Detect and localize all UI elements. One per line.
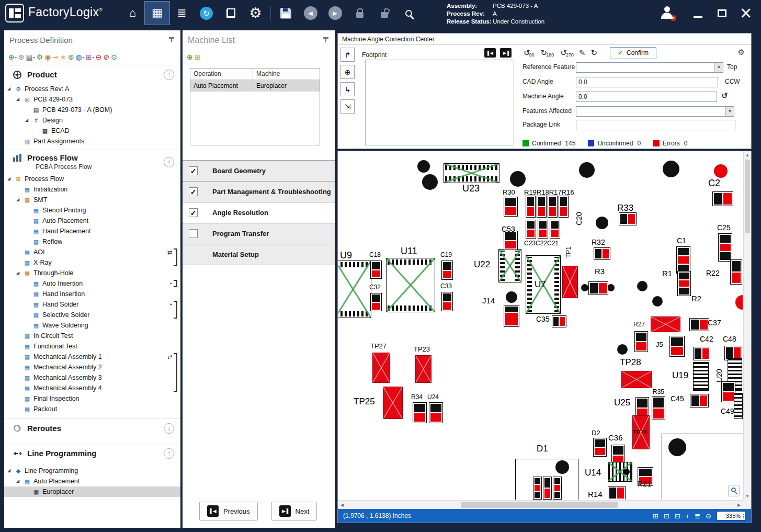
scroll-right-icon[interactable]: ▶ <box>735 501 743 509</box>
pcb-component[interactable] <box>550 220 560 239</box>
tree-item-mechanical-assembly-3[interactable]: ▦Mechanical Assembly 3 <box>4 372 180 383</box>
pcb-component[interactable] <box>693 362 709 391</box>
pcb-component[interactable] <box>441 292 453 311</box>
scroll-left-icon[interactable]: ◀ <box>338 501 346 509</box>
pcb-component[interactable] <box>712 191 733 206</box>
tree-item-hand-insertion[interactable]: ▦Hand Insertion <box>4 289 180 299</box>
fiducial-red[interactable] <box>714 164 728 178</box>
next-button[interactable]: ▶▐Next <box>271 502 317 520</box>
tree-item-auto-placement[interactable]: ◢▦Auto Placement <box>4 476 180 486</box>
pcb-component[interactable] <box>553 477 562 500</box>
pcb-canvas[interactable]: U23R30R19R18R17R16C2C53C23C22C21C20R33C2… <box>338 152 743 500</box>
user-account-button[interactable]: × <box>660 6 675 20</box>
machines-icon[interactable]: ⚙ <box>37 53 43 61</box>
horizontal-scrollbar[interactable]: ◀ ▶ <box>338 500 743 509</box>
rotate-step-button[interactable]: ↱ <box>340 48 355 62</box>
tree-item-stencil-printing[interactable]: ▦Stencil Printing <box>4 205 180 216</box>
rotate-90-button[interactable]: ↺90 <box>524 48 535 58</box>
tree-item-process-rev-a[interactable]: ◢⚙Process Rev: A <box>4 84 180 94</box>
team-icon[interactable]: ⊚ <box>68 53 74 61</box>
pcb-component[interactable] <box>526 196 536 218</box>
test-point[interactable] <box>621 371 652 388</box>
expander-icon[interactable]: ◢ <box>7 466 14 476</box>
footprint-first-button[interactable]: ▌◀ <box>484 48 496 58</box>
expand-reroutes-button[interactable]: ↓ <box>164 423 174 434</box>
remove-icon[interactable]: ⊖ <box>96 53 102 61</box>
test-point[interactable] <box>415 355 431 383</box>
pcb-component[interactable] <box>594 247 610 260</box>
tree-item-hand-solder[interactable]: ▦Hand Solder◔ <box>4 299 180 310</box>
column-operation[interactable]: Operation <box>190 69 253 80</box>
drill-hole[interactable] <box>510 171 526 187</box>
chevron-down-icon[interactable]: ▼ <box>725 107 734 116</box>
tree-item-final-inspection[interactable]: ▦Final Inspection <box>4 393 180 404</box>
tree-item-process-flow[interactable]: ◢⊞Process Flow <box>4 174 180 184</box>
tree-item-ecad[interactable]: ▦ECAD <box>4 126 180 136</box>
pcb-component[interactable] <box>498 249 521 282</box>
scroll-down-icon[interactable]: ▼ <box>744 494 751 499</box>
wizard-step-angle-resolution[interactable]: ✓Angle Resolution <box>183 202 335 223</box>
pcb-component[interactable] <box>690 394 709 408</box>
tree-item-europlacer[interactable]: ▣Europlacer <box>4 486 180 497</box>
expander-icon[interactable]: ◢ <box>25 115 32 126</box>
expander-icon[interactable]: ◢ <box>16 94 23 105</box>
pcb-component[interactable] <box>559 196 569 218</box>
test-point[interactable] <box>651 316 680 332</box>
pcb-component[interactable] <box>538 220 548 239</box>
cad-angle-input[interactable]: 0.0 <box>576 77 718 87</box>
tree-item-mechanical-assembly-1[interactable]: ▦Mechanical Assembly 1⇄ <box>4 352 180 362</box>
tree-item-auto-placement[interactable]: ▦Auto Placement <box>4 216 180 226</box>
pcb-component[interactable] <box>413 402 427 423</box>
zoom-level-control[interactable]: 335%▲▼ <box>717 511 746 520</box>
drill-hole[interactable] <box>652 296 663 307</box>
disable-icon[interactable]: ⊘ <box>103 53 109 61</box>
drill-hole[interactable] <box>422 174 438 190</box>
chevron-down-icon[interactable]: ▼ <box>714 63 723 72</box>
collapse-flow-button[interactable]: ↑ <box>164 157 174 167</box>
checkbox[interactable]: ✓ <box>189 208 198 217</box>
pcb-component[interactable] <box>734 393 743 419</box>
drill-hole[interactable] <box>637 281 648 291</box>
collapse-product-button[interactable]: ↑ <box>164 70 174 80</box>
drill-hole[interactable] <box>506 291 517 303</box>
user-icon[interactable]: ◉ <box>44 53 51 61</box>
tree-item-part-assignments[interactable]: ▥Part Assignments <box>4 136 180 146</box>
rotate-270-button[interactable]: ↺270 <box>560 48 574 58</box>
pcb-component[interactable] <box>677 271 691 296</box>
add-icon[interactable]: ⊕▾ <box>8 53 17 61</box>
edit-angle-icon[interactable]: ✎ <box>579 48 586 58</box>
pcb-component[interactable] <box>593 438 607 457</box>
tree-item-packout[interactable]: ▦Packout <box>4 404 180 414</box>
pcb-component[interactable] <box>370 293 382 311</box>
drill-hole[interactable] <box>581 284 588 291</box>
pcb-component[interactable] <box>693 347 710 360</box>
add-feature-button[interactable]: ⊕ <box>340 65 355 79</box>
checkbox[interactable]: ✓ <box>189 187 198 196</box>
confirm-button[interactable]: ✓Confirm <box>610 47 656 59</box>
pcb-component[interactable] <box>338 261 371 318</box>
theme-icon[interactable]: ⊞▾ <box>86 53 94 61</box>
minimize-button[interactable] <box>686 2 710 25</box>
zoom-tool-button[interactable] <box>728 485 740 496</box>
machine-angle-input[interactable]: 0.0 <box>576 92 717 102</box>
correction-settings-icon[interactable]: ⚙ <box>738 48 745 57</box>
collapse-line-programming-button[interactable]: ↑ <box>164 448 174 459</box>
test-point[interactable] <box>562 266 578 298</box>
pcb-component[interactable] <box>444 163 499 183</box>
pcb-component[interactable] <box>608 462 632 482</box>
pcb-component[interactable] <box>552 315 566 327</box>
pcb-component[interactable] <box>588 281 608 295</box>
back-button[interactable]: ◀ <box>298 2 323 25</box>
pcb-component[interactable] <box>608 486 626 500</box>
test-point[interactable] <box>383 387 403 419</box>
zoom-out-icon[interactable]: ⊖ <box>706 512 711 520</box>
tree-item-hand-placement[interactable]: ▦Hand Placement <box>4 226 180 236</box>
tree-item-wave-soldering[interactable]: ▦Wave Soldering <box>4 320 180 331</box>
test-point[interactable] <box>372 353 390 383</box>
pcb-component[interactable] <box>721 381 735 402</box>
tree-item-pcb-429-073[interactable]: ◢◎PCB 429-073 <box>4 94 180 105</box>
column-machine[interactable]: Machine <box>253 69 320 80</box>
publish-icon[interactable]: ◍▾ <box>76 53 84 61</box>
pcb-component[interactable] <box>370 261 382 279</box>
cycle-icon[interactable]: ↻ <box>590 48 597 58</box>
